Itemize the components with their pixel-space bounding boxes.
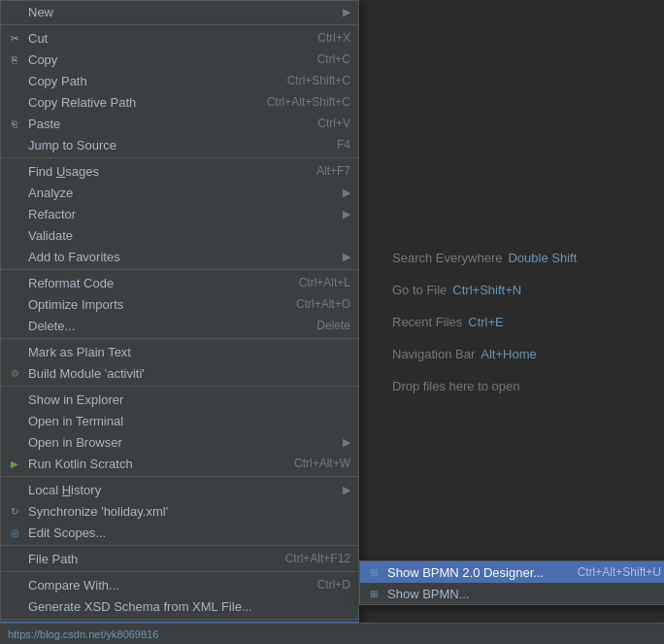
separator-9 xyxy=(1,619,358,620)
menu-item-generate-xsd[interactable]: Generate XSD Schema from XML File... xyxy=(1,595,358,617)
menu-label-show-explorer: Show in Explorer xyxy=(28,392,350,407)
menu-label-find: Find Usages xyxy=(28,164,297,179)
separator-4 xyxy=(1,338,358,339)
hint-shortcut-recent: Ctrl+E xyxy=(468,315,503,329)
menu-label-run-kotlin: Run Kotlin Scratch xyxy=(28,457,275,471)
optimize-shortcut: Ctrl+Alt+O xyxy=(296,297,350,311)
submenu-label-bpmn2: Show BPMN... xyxy=(387,587,651,601)
copy-relative-shortcut: Ctrl+Alt+Shift+C xyxy=(267,95,350,109)
separator-2 xyxy=(1,157,358,158)
menu-item-edit-scopes[interactable]: ◎ Edit Scopes... xyxy=(1,522,358,543)
menu-item-reformat[interactable]: Reformat Code Ctrl+Alt+L xyxy=(1,272,358,293)
menu-label-open-terminal: Open in Terminal xyxy=(28,414,350,428)
menu-item-refactor[interactable]: Refactor ▶ xyxy=(1,203,358,224)
menu-label-compare: Compare With... xyxy=(28,578,298,593)
menu-item-synchronize[interactable]: ↻ Synchronize 'holiday.xml' xyxy=(1,500,358,522)
favorites-arrow-icon: ▶ xyxy=(343,251,350,263)
menu-item-validate[interactable]: Validate xyxy=(1,224,358,246)
hint-label-drop: Drop files here to open xyxy=(392,379,520,393)
hint-shortcut-nav: Alt+Home xyxy=(481,347,536,361)
menu-label-local-history: Local History xyxy=(28,483,339,497)
menu-label-optimize: Optimize Imports xyxy=(28,297,277,312)
menu-item-cut[interactable]: ✂ Cut Ctrl+X xyxy=(1,27,358,49)
menu-label-copy-path: Copy Path xyxy=(28,74,268,88)
menu-item-run-kotlin[interactable]: ▶ Run Kotlin Scratch Ctrl+Alt+W xyxy=(1,453,358,474)
menu-label-mark-plain: Mark as Plain Text xyxy=(28,345,350,359)
bpmn-icon: ⊞ xyxy=(364,567,383,578)
menu-label-favorites: Add to Favorites xyxy=(28,250,339,264)
new-arrow-icon: ▶ xyxy=(343,6,350,18)
menu-label-copy: Copy xyxy=(28,52,298,67)
reformat-shortcut: Ctrl+Alt+L xyxy=(299,276,350,289)
menu-label-generate-xsd: Generate XSD Schema from XML File... xyxy=(28,599,350,614)
menu-label-file-path: File Path xyxy=(28,552,266,566)
menu-item-copy[interactable]: ⎘ Copy Ctrl+C xyxy=(1,49,358,70)
paste-icon: ⎗ xyxy=(5,119,24,129)
edit-scopes-icon: ◎ xyxy=(5,527,24,538)
right-panel: Search Everywhere Double Shift Go to Fil… xyxy=(363,0,664,644)
find-shortcut: Alt+F7 xyxy=(316,164,350,178)
submenu-item-show-bpmn2[interactable]: ⊞ Show BPMN... xyxy=(360,583,664,604)
menu-item-copy-relative-path[interactable]: Copy Relative Path Ctrl+Alt+Shift+C xyxy=(1,91,358,113)
hint-go-to-file: Go to File Ctrl+Shift+N xyxy=(392,283,635,297)
menu-label-analyze: Analyze xyxy=(28,186,339,200)
menu-label-validate: Validate xyxy=(28,228,350,243)
menu-item-copy-path[interactable]: Copy Path Ctrl+Shift+C xyxy=(1,70,358,91)
submenu-label-bpmn: Show BPMN 2.0 Designer... xyxy=(387,565,568,580)
hint-navigation-bar: Navigation Bar Alt+Home xyxy=(392,347,635,361)
menu-item-new[interactable]: New ▶ xyxy=(1,1,358,22)
menu-item-analyze[interactable]: Analyze ▶ xyxy=(1,182,358,203)
menu-item-open-terminal[interactable]: Open in Terminal xyxy=(1,410,358,431)
submenu-item-show-bpmn[interactable]: ⊞ Show BPMN 2.0 Designer... Ctrl+Alt+Shi… xyxy=(360,561,664,583)
context-menu: New ▶ ✂ Cut Ctrl+X ⎘ Copy Ctrl+C Copy Pa… xyxy=(0,0,359,644)
menu-item-show-explorer[interactable]: Show in Explorer xyxy=(1,389,358,410)
menu-label-edit-scopes: Edit Scopes... xyxy=(28,525,350,540)
hint-shortcut-goto: Ctrl+Shift+N xyxy=(452,283,521,297)
menu-item-jump-to-source[interactable]: Jump to Source F4 xyxy=(1,134,358,155)
menu-label-delete: Delete... xyxy=(28,319,297,333)
menu-item-open-browser[interactable]: Open in Browser ▶ xyxy=(1,431,358,453)
run-kotlin-icon: ▶ xyxy=(5,458,24,469)
refactor-arrow-icon: ▶ xyxy=(343,208,350,220)
separator-3 xyxy=(1,269,358,270)
hint-shortcut-search: Double Shift xyxy=(508,251,577,265)
separator-8 xyxy=(1,571,358,572)
hint-drop-files: Drop files here to open xyxy=(392,379,635,393)
bpmn-shortcut: Ctrl+Alt+Shift+U xyxy=(578,565,661,579)
menu-label-new: New xyxy=(28,5,339,19)
sync-icon: ↻ xyxy=(5,506,24,517)
menu-item-local-history[interactable]: Local History ▶ xyxy=(1,479,358,500)
menu-item-build-module[interactable]: ⚙ Build Module 'activiti' xyxy=(1,362,358,384)
file-path-shortcut: Ctrl+Alt+F12 xyxy=(285,552,350,565)
menu-item-paste[interactable]: ⎗ Paste Ctrl+V xyxy=(1,113,358,134)
cut-shortcut: Ctrl+X xyxy=(317,31,350,45)
run-kotlin-shortcut: Ctrl+Alt+W xyxy=(294,457,350,470)
hint-label-goto: Go to File xyxy=(392,283,447,297)
menu-item-find-usages[interactable]: Find Usages Alt+F7 xyxy=(1,160,358,182)
hint-search-everywhere: Search Everywhere Double Shift xyxy=(392,251,635,265)
hint-label-recent: Recent Files xyxy=(392,315,462,329)
menu-item-add-favorites[interactable]: Add to Favorites ▶ xyxy=(1,246,358,267)
menu-item-file-path[interactable]: File Path Ctrl+Alt+F12 xyxy=(1,548,358,569)
separator-6 xyxy=(1,476,358,477)
menu-item-optimize[interactable]: Optimize Imports Ctrl+Alt+O xyxy=(1,293,358,315)
menu-label-build: Build Module 'activiti' xyxy=(28,366,350,381)
separator-1 xyxy=(1,24,358,25)
build-icon: ⚙ xyxy=(5,368,24,379)
menu-label-jump: Jump to Source xyxy=(28,138,317,153)
diagrams-submenu: ⊞ Show BPMN 2.0 Designer... Ctrl+Alt+Shi… xyxy=(359,560,664,605)
copy-shortcut: Ctrl+C xyxy=(317,52,350,66)
compare-shortcut: Ctrl+D xyxy=(317,578,350,592)
menu-item-delete[interactable]: Delete... Delete xyxy=(1,315,358,336)
menu-label-paste: Paste xyxy=(28,117,298,131)
menu-item-compare[interactable]: Compare With... Ctrl+D xyxy=(1,574,358,595)
menu-item-mark-plain[interactable]: Mark as Plain Text xyxy=(1,341,358,362)
browser-arrow-icon: ▶ xyxy=(343,436,350,449)
separator-7 xyxy=(1,545,358,546)
status-bar-text: https://blog.csdn.net/yk8069816 xyxy=(8,628,158,640)
analyze-arrow-icon: ▶ xyxy=(343,186,350,199)
menu-label-refactor: Refactor xyxy=(28,207,339,221)
hint-label-search: Search Everywhere xyxy=(392,251,502,265)
menu-label-open-browser: Open in Browser xyxy=(28,435,339,450)
menu-label-reformat: Reformat Code xyxy=(28,276,280,290)
